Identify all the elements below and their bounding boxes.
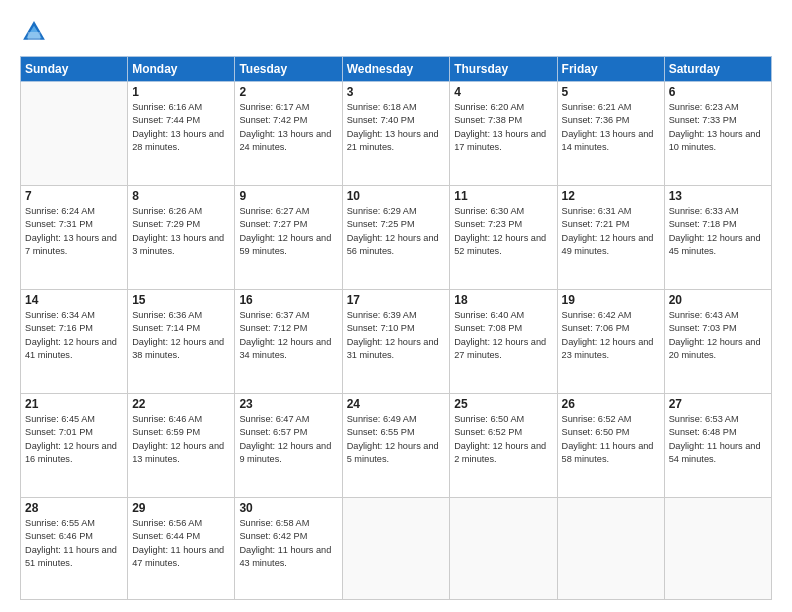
day-info: Sunrise: 6:27 AMSunset: 7:27 PMDaylight:…	[239, 205, 337, 258]
calendar-cell: 12Sunrise: 6:31 AMSunset: 7:21 PMDayligh…	[557, 186, 664, 290]
header	[20, 18, 772, 46]
day-number: 13	[669, 189, 767, 203]
day-info: Sunrise: 6:50 AMSunset: 6:52 PMDaylight:…	[454, 413, 552, 466]
day-number: 14	[25, 293, 123, 307]
calendar-cell: 5Sunrise: 6:21 AMSunset: 7:36 PMDaylight…	[557, 82, 664, 186]
day-info: Sunrise: 6:30 AMSunset: 7:23 PMDaylight:…	[454, 205, 552, 258]
calendar-cell: 17Sunrise: 6:39 AMSunset: 7:10 PMDayligh…	[342, 290, 450, 394]
calendar-cell: 8Sunrise: 6:26 AMSunset: 7:29 PMDaylight…	[128, 186, 235, 290]
day-number: 16	[239, 293, 337, 307]
calendar-header-row: SundayMondayTuesdayWednesdayThursdayFrid…	[21, 57, 772, 82]
day-number: 3	[347, 85, 446, 99]
page: SundayMondayTuesdayWednesdayThursdayFrid…	[0, 0, 792, 612]
calendar-cell: 28Sunrise: 6:55 AMSunset: 6:46 PMDayligh…	[21, 498, 128, 600]
day-info: Sunrise: 6:34 AMSunset: 7:16 PMDaylight:…	[25, 309, 123, 362]
day-info: Sunrise: 6:58 AMSunset: 6:42 PMDaylight:…	[239, 517, 337, 570]
calendar-cell: 3Sunrise: 6:18 AMSunset: 7:40 PMDaylight…	[342, 82, 450, 186]
calendar-cell	[342, 498, 450, 600]
calendar-cell	[557, 498, 664, 600]
svg-rect-2	[28, 32, 40, 40]
calendar-cell	[21, 82, 128, 186]
day-number: 6	[669, 85, 767, 99]
day-number: 17	[347, 293, 446, 307]
day-number: 11	[454, 189, 552, 203]
day-info: Sunrise: 6:21 AMSunset: 7:36 PMDaylight:…	[562, 101, 660, 154]
day-info: Sunrise: 6:20 AMSunset: 7:38 PMDaylight:…	[454, 101, 552, 154]
calendar-cell: 10Sunrise: 6:29 AMSunset: 7:25 PMDayligh…	[342, 186, 450, 290]
day-info: Sunrise: 6:16 AMSunset: 7:44 PMDaylight:…	[132, 101, 230, 154]
day-info: Sunrise: 6:47 AMSunset: 6:57 PMDaylight:…	[239, 413, 337, 466]
calendar-cell: 24Sunrise: 6:49 AMSunset: 6:55 PMDayligh…	[342, 394, 450, 498]
calendar-week-row: 7Sunrise: 6:24 AMSunset: 7:31 PMDaylight…	[21, 186, 772, 290]
day-number: 29	[132, 501, 230, 515]
day-info: Sunrise: 6:36 AMSunset: 7:14 PMDaylight:…	[132, 309, 230, 362]
calendar-cell: 22Sunrise: 6:46 AMSunset: 6:59 PMDayligh…	[128, 394, 235, 498]
calendar-cell: 14Sunrise: 6:34 AMSunset: 7:16 PMDayligh…	[21, 290, 128, 394]
calendar-cell: 9Sunrise: 6:27 AMSunset: 7:27 PMDaylight…	[235, 186, 342, 290]
day-number: 21	[25, 397, 123, 411]
day-number: 9	[239, 189, 337, 203]
col-header-friday: Friday	[557, 57, 664, 82]
day-info: Sunrise: 6:26 AMSunset: 7:29 PMDaylight:…	[132, 205, 230, 258]
calendar-week-row: 1Sunrise: 6:16 AMSunset: 7:44 PMDaylight…	[21, 82, 772, 186]
calendar-cell: 25Sunrise: 6:50 AMSunset: 6:52 PMDayligh…	[450, 394, 557, 498]
calendar-cell: 1Sunrise: 6:16 AMSunset: 7:44 PMDaylight…	[128, 82, 235, 186]
day-number: 22	[132, 397, 230, 411]
col-header-sunday: Sunday	[21, 57, 128, 82]
calendar-cell: 2Sunrise: 6:17 AMSunset: 7:42 PMDaylight…	[235, 82, 342, 186]
day-info: Sunrise: 6:18 AMSunset: 7:40 PMDaylight:…	[347, 101, 446, 154]
calendar-cell: 13Sunrise: 6:33 AMSunset: 7:18 PMDayligh…	[664, 186, 771, 290]
day-number: 18	[454, 293, 552, 307]
day-info: Sunrise: 6:55 AMSunset: 6:46 PMDaylight:…	[25, 517, 123, 570]
calendar-cell: 23Sunrise: 6:47 AMSunset: 6:57 PMDayligh…	[235, 394, 342, 498]
day-info: Sunrise: 6:52 AMSunset: 6:50 PMDaylight:…	[562, 413, 660, 466]
calendar-week-row: 28Sunrise: 6:55 AMSunset: 6:46 PMDayligh…	[21, 498, 772, 600]
calendar-table: SundayMondayTuesdayWednesdayThursdayFrid…	[20, 56, 772, 600]
day-info: Sunrise: 6:33 AMSunset: 7:18 PMDaylight:…	[669, 205, 767, 258]
day-number: 15	[132, 293, 230, 307]
day-info: Sunrise: 6:37 AMSunset: 7:12 PMDaylight:…	[239, 309, 337, 362]
day-info: Sunrise: 6:43 AMSunset: 7:03 PMDaylight:…	[669, 309, 767, 362]
day-info: Sunrise: 6:56 AMSunset: 6:44 PMDaylight:…	[132, 517, 230, 570]
day-number: 20	[669, 293, 767, 307]
day-number: 2	[239, 85, 337, 99]
day-number: 24	[347, 397, 446, 411]
calendar-cell: 4Sunrise: 6:20 AMSunset: 7:38 PMDaylight…	[450, 82, 557, 186]
day-info: Sunrise: 6:31 AMSunset: 7:21 PMDaylight:…	[562, 205, 660, 258]
day-info: Sunrise: 6:42 AMSunset: 7:06 PMDaylight:…	[562, 309, 660, 362]
calendar-cell	[450, 498, 557, 600]
logo	[20, 18, 52, 46]
calendar-week-row: 14Sunrise: 6:34 AMSunset: 7:16 PMDayligh…	[21, 290, 772, 394]
day-number: 26	[562, 397, 660, 411]
day-number: 25	[454, 397, 552, 411]
day-info: Sunrise: 6:53 AMSunset: 6:48 PMDaylight:…	[669, 413, 767, 466]
day-info: Sunrise: 6:49 AMSunset: 6:55 PMDaylight:…	[347, 413, 446, 466]
day-number: 19	[562, 293, 660, 307]
col-header-wednesday: Wednesday	[342, 57, 450, 82]
calendar-cell: 29Sunrise: 6:56 AMSunset: 6:44 PMDayligh…	[128, 498, 235, 600]
calendar-cell: 21Sunrise: 6:45 AMSunset: 7:01 PMDayligh…	[21, 394, 128, 498]
day-info: Sunrise: 6:23 AMSunset: 7:33 PMDaylight:…	[669, 101, 767, 154]
calendar-cell: 6Sunrise: 6:23 AMSunset: 7:33 PMDaylight…	[664, 82, 771, 186]
calendar-cell: 15Sunrise: 6:36 AMSunset: 7:14 PMDayligh…	[128, 290, 235, 394]
calendar-cell: 30Sunrise: 6:58 AMSunset: 6:42 PMDayligh…	[235, 498, 342, 600]
col-header-saturday: Saturday	[664, 57, 771, 82]
day-number: 5	[562, 85, 660, 99]
day-info: Sunrise: 6:45 AMSunset: 7:01 PMDaylight:…	[25, 413, 123, 466]
calendar-cell: 20Sunrise: 6:43 AMSunset: 7:03 PMDayligh…	[664, 290, 771, 394]
logo-icon	[20, 18, 48, 46]
calendar-cell: 27Sunrise: 6:53 AMSunset: 6:48 PMDayligh…	[664, 394, 771, 498]
col-header-monday: Monday	[128, 57, 235, 82]
day-number: 8	[132, 189, 230, 203]
day-number: 23	[239, 397, 337, 411]
calendar-cell: 7Sunrise: 6:24 AMSunset: 7:31 PMDaylight…	[21, 186, 128, 290]
day-number: 30	[239, 501, 337, 515]
day-info: Sunrise: 6:40 AMSunset: 7:08 PMDaylight:…	[454, 309, 552, 362]
day-info: Sunrise: 6:46 AMSunset: 6:59 PMDaylight:…	[132, 413, 230, 466]
day-number: 4	[454, 85, 552, 99]
calendar-week-row: 21Sunrise: 6:45 AMSunset: 7:01 PMDayligh…	[21, 394, 772, 498]
day-number: 27	[669, 397, 767, 411]
day-info: Sunrise: 6:24 AMSunset: 7:31 PMDaylight:…	[25, 205, 123, 258]
day-number: 12	[562, 189, 660, 203]
col-header-thursday: Thursday	[450, 57, 557, 82]
